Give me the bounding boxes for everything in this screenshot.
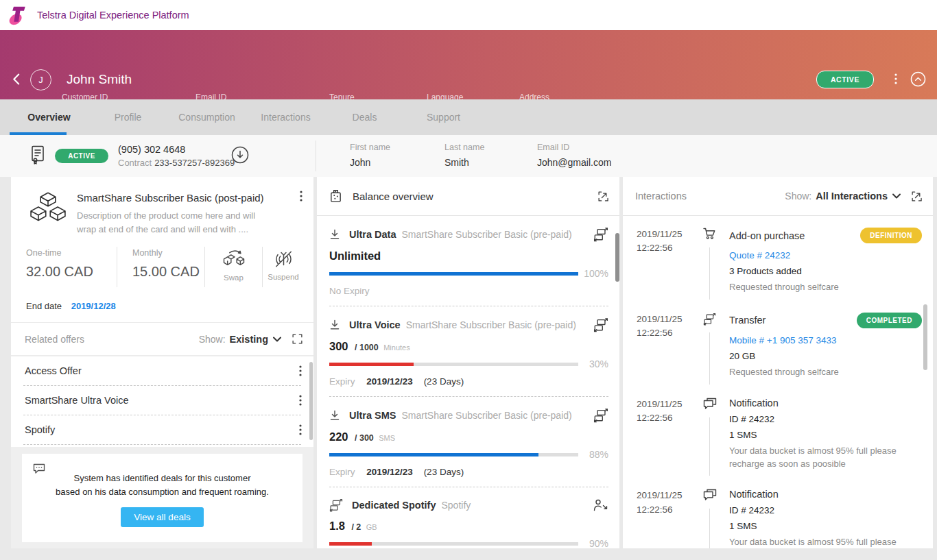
interaction-date: 2019/11/25	[637, 228, 703, 241]
balance-value: 220	[329, 430, 348, 443]
app-screen: Telstra Digital Experience Platform J Jo…	[0, 0, 937, 560]
end-date-row: End date 2019/12/28	[25, 301, 304, 311]
related-offers-header: Related offers Show: Existing	[11, 322, 313, 356]
transfer-icon[interactable]	[593, 317, 608, 332]
contract-number: 233-537257-892369	[154, 158, 235, 168]
offer-row-spotify[interactable]: Spotify	[11, 415, 313, 444]
customer-header: J John Smith Customer ID 080989800990 Em…	[0, 30, 937, 99]
price-label: One-time	[26, 248, 117, 258]
view-all-deals-button[interactable]: View all deals	[121, 507, 203, 527]
end-date-label: End date	[26, 301, 62, 311]
interaction-time: 12:22:56	[637, 411, 703, 425]
interaction-detail: 1 SMS	[729, 521, 922, 531]
expiry-days: (23 Days)	[424, 376, 464, 387]
scrollbar-left-column[interactable]	[309, 362, 313, 440]
tab-overview[interactable]: Overview	[10, 99, 88, 135]
expiry-days: (23 Days)	[424, 467, 464, 477]
timeline-line	[709, 332, 710, 385]
offer-row-access-offer[interactable]: Access Offer	[11, 356, 313, 385]
suspend-action[interactable]: Suspend	[262, 247, 304, 287]
balance-total: / 1000	[355, 343, 379, 352]
contract-field-email: Email ID John@gmail.com	[537, 143, 611, 168]
show-label: Show:	[785, 191, 811, 202]
balance-plan: SmartShare Subscriber Basic (pre-paid)	[406, 319, 588, 330]
top-app-bar: Telstra Digital Experience Platform	[0, 0, 937, 30]
balance-value: Unlimited	[329, 249, 381, 262]
tab-consumption[interactable]: Consumption	[167, 99, 246, 135]
field-value: John	[350, 157, 390, 168]
share-user-icon[interactable]	[593, 498, 608, 512]
contract-field-first-name: First name John	[350, 143, 390, 168]
balance-row-ultra-sms: Ultra SMS SmartShare Subscriber Basic (p…	[317, 397, 619, 487]
kebab-menu-icon[interactable]	[300, 191, 303, 202]
mobile-number-link[interactable]: Mobile # +1 905 357 3433	[729, 335, 922, 345]
balance-row-dedicated-spotify: Dedicated Spotify Spotify 1.8 / 2 GB 90%…	[317, 487, 619, 548]
interaction-item-transfer: 2019/11/25 12:22:56 Transfer COMPLETED M…	[623, 301, 933, 386]
one-time-price: One-time 32.00 CAD	[25, 247, 117, 287]
interaction-detail: ID # 24232	[729, 505, 922, 515]
interaction-date: 2019/11/25	[637, 313, 703, 326]
interaction-title: Add-on purchase	[729, 230, 805, 241]
interaction-detail: 3 Products added	[729, 266, 922, 276]
balance-unit: SMS	[379, 434, 395, 442]
product-column: SmartShare Subscriber Basic (post-paid) …	[11, 177, 313, 548]
transfer-icon[interactable]	[593, 227, 608, 242]
offer-name: Spotify	[25, 424, 299, 435]
scrollbar-middle-column[interactable]	[615, 233, 619, 282]
transfer-icon[interactable]	[593, 408, 608, 423]
tab-support[interactable]: Support	[404, 99, 483, 135]
interactions-filter-dropdown[interactable]: All Interactions	[816, 191, 888, 202]
related-offers-title: Related offers	[25, 334, 199, 345]
interaction-detail: 1 SMS	[729, 430, 922, 440]
customer-status-badge: ACTIVE	[816, 71, 874, 88]
status-badge: DEFINITION	[860, 228, 922, 243]
expand-offers-icon[interactable]	[292, 334, 303, 344]
timeline-line	[709, 509, 710, 548]
field-value: John@gmail.com	[537, 157, 611, 168]
quote-link[interactable]: Quote # 24232	[729, 250, 922, 260]
tab-interactions[interactable]: Interactions	[246, 99, 325, 135]
balance-name: Ultra Data	[349, 229, 396, 240]
interactions-title: Interactions	[635, 191, 785, 202]
balance-jar-icon	[329, 189, 342, 204]
progress-bar	[329, 272, 578, 276]
contract-label: Contract	[118, 158, 152, 168]
collapse-header-icon[interactable]	[910, 71, 926, 87]
end-date-value[interactable]: 2019/12/28	[71, 301, 116, 311]
expand-balance-icon[interactable]	[598, 191, 608, 202]
offer-name: Access Offer	[25, 365, 299, 376]
telstra-logo-icon	[8, 4, 29, 26]
tab-deals[interactable]: Deals	[325, 99, 404, 135]
balance-value: 1.8	[329, 520, 345, 532]
tab-profile[interactable]: Profile	[88, 99, 167, 135]
deals-message-line1: System has identified deals for this cus…	[32, 472, 293, 485]
comment-icon	[33, 463, 45, 474]
interaction-detail: 20 GB	[729, 351, 922, 361]
kebab-menu-icon[interactable]	[299, 365, 302, 376]
kebab-menu-icon[interactable]	[894, 73, 897, 84]
cart-icon	[703, 228, 728, 240]
contract-status-badge: ACTIVE	[55, 149, 108, 163]
divider	[316, 141, 316, 171]
avatar-initial: J	[38, 75, 43, 85]
scrollbar-right-column[interactable]	[923, 304, 927, 370]
kebab-menu-icon[interactable]	[299, 395, 302, 406]
offers-filter-dropdown[interactable]: Existing	[230, 334, 268, 345]
expand-interactions-icon[interactable]	[912, 191, 922, 202]
balance-plan: SmartShare Subscriber Basic (pre-paid)	[402, 410, 589, 421]
customer-name: John Smith	[67, 72, 132, 87]
chevron-down-icon[interactable]	[273, 337, 281, 342]
contract-expand-icon[interactable]	[231, 146, 249, 164]
expiry-date: 2019/12/23	[366, 467, 413, 477]
back-icon[interactable]	[12, 73, 20, 85]
transfer-icon	[329, 498, 343, 512]
swap-action[interactable]: Swap	[204, 247, 262, 287]
offer-row-smartshare-ultra-voice[interactable]: SmartShare Ultra Voice	[11, 386, 313, 415]
kebab-menu-icon[interactable]	[299, 424, 302, 435]
deals-zone: System has identified deals for this cus…	[11, 447, 313, 548]
progress-percent: 90%	[581, 538, 608, 548]
expiry-label: Expiry	[329, 376, 355, 387]
field-value: Smith	[444, 157, 484, 168]
balance-name: Dedicated Spotify	[352, 500, 436, 511]
chevron-down-icon[interactable]	[892, 193, 901, 199]
